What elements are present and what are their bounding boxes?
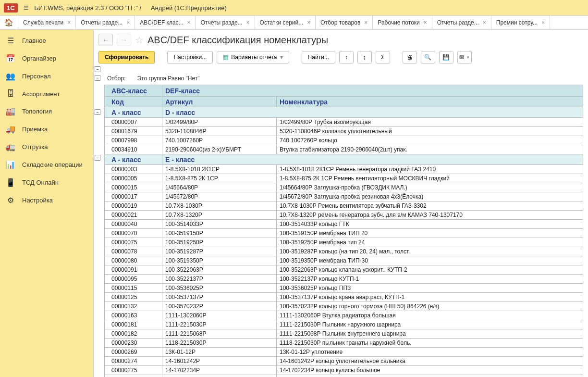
tab-6[interactable]: Рабочие потоки× <box>373 16 432 29</box>
sidebar-item-4[interactable]: 🏭Топология <box>0 102 93 120</box>
nav-forward-button[interactable]: → <box>117 34 131 46</box>
group-row[interactable]: A - классE - класс <box>105 154 583 165</box>
tab-4[interactable]: Остатки серий...× <box>255 16 316 29</box>
table-row[interactable]: 000000051-8.5Х8-875 2К 1СР1-8.5Х8-875 2К… <box>105 174 583 183</box>
sidebar-icon: ⚙ <box>6 196 15 205</box>
logo-1c: 1С <box>4 3 18 13</box>
sidebar-label: ТСД Онлайн <box>22 179 59 186</box>
collapse-filter-icon[interactable]: − <box>95 75 100 81</box>
tab-0[interactable]: Служба печати× <box>18 16 76 29</box>
sidebar-label: Настройка <box>22 197 53 204</box>
table-row[interactable]: 0000001910.7Х8-1030Р10.7Х8-1030Р Ремень … <box>105 201 583 211</box>
report-grid[interactable]: АВС-класс DEF-класс Код Артикул Номенкла… <box>94 85 588 377</box>
table-row[interactable]: 00000078100-3519287Р100-3519287Р кольцо … <box>105 247 583 256</box>
table-row[interactable]: 000001821111-2215068Р1111-2215068Р Пыльн… <box>105 329 583 339</box>
sidebar-item-8[interactable]: 📱ТСД Онлайн <box>0 174 93 191</box>
table-row[interactable]: 0000027514-1702234Р14-1702234Р кольцо ку… <box>105 366 583 375</box>
table-row[interactable]: 00000070100-3519150Р100-3519150Р мембран… <box>105 229 583 238</box>
sidebar-item-0[interactable]: ☰Главное <box>0 32 93 50</box>
group-toggle[interactable]: − <box>95 155 100 161</box>
table-row[interactable]: 000000071/02499/80Р1/02499/80Р Трубка из… <box>105 118 583 127</box>
col-nomenclature: Номенклатура <box>277 97 583 107</box>
home-tab[interactable]: 🏠 <box>0 16 18 29</box>
table-row[interactable]: 000002301118-2215030Р1118-2215030Р пыльн… <box>105 339 583 348</box>
titlebar: 1С ≡ БИТ.WMS, редакция 2.3 / ООО "П :" /… <box>0 0 588 15</box>
preview-button[interactable]: 🔍 <box>421 51 435 63</box>
table-row[interactable]: 00000091100-3522063Р100-3522063Р кольцо … <box>105 265 583 275</box>
table-row[interactable]: 0000028915.1771056-10Р15.1771056-10Р ман… <box>105 375 583 377</box>
table-row[interactable]: 00000095100-3522137Р100-3522137Р кольцо … <box>105 275 583 284</box>
tab-close-icon[interactable]: × <box>307 19 310 26</box>
table-row[interactable]: 00000132100-3570232Р100-3570232Р кольцо … <box>105 302 583 311</box>
tab-close-icon[interactable]: × <box>67 19 71 26</box>
sidebar-label: Приемка <box>22 126 48 133</box>
table-row[interactable]: 0000002110.7Х8-1320Р10.7Х8-1320Р ремень … <box>105 211 583 220</box>
table-row[interactable]: 00007998740.1007260Р740.1007260Р кольцо <box>105 136 583 145</box>
collapse-rows-button[interactable]: ↨ <box>357 51 372 63</box>
settings-button[interactable]: Настройки... <box>167 51 213 63</box>
group-toggle[interactable]: − <box>95 109 100 115</box>
sum-button[interactable]: Σ <box>376 51 390 63</box>
table-row[interactable]: 0000026913К-01-12Р13К-01-12Р уплотнение <box>105 348 583 357</box>
sidebar-icon: ☰ <box>6 36 15 45</box>
mail-button[interactable]: ✉ ▾ <box>457 51 472 63</box>
filter-row: Отбор: Это группа Равно "Нет" <box>94 66 588 85</box>
tab-close-icon[interactable]: × <box>541 19 545 26</box>
tabbar: 🏠 Служба печати×Отчеты разде...×ABC/DEF … <box>0 15 588 30</box>
table-row[interactable]: 00000125100-3537137Р100-3537137Р кольцо … <box>105 293 583 302</box>
tab-close-icon[interactable]: × <box>187 19 191 26</box>
sidebar-icon: 👥 <box>6 72 15 81</box>
find-button[interactable]: Найти... <box>302 51 335 63</box>
table-row[interactable]: 00000040100-3514033Р100-3514033Р кольцо … <box>105 220 583 229</box>
col-article: Артикул <box>162 97 277 107</box>
app-title: БИТ.WMS, редакция 2.3 / ООО "П :" / <box>34 4 141 12</box>
table-row[interactable]: 00000115100-3536025Р100-3536025Р кольцо … <box>105 284 583 293</box>
tab-close-icon[interactable]: × <box>126 19 130 26</box>
tab-close-icon[interactable]: × <box>246 19 250 26</box>
expand-rows-button[interactable]: ↕ <box>339 51 354 63</box>
tab-close-icon[interactable]: × <box>364 19 368 26</box>
tab-7[interactable]: Отчеты разде...× <box>432 16 491 29</box>
table-row[interactable]: 000016795320-1108046Р5320-1108046Р колпа… <box>105 127 583 136</box>
table-row[interactable]: 000001811111-2215030Р1111-2215030Р Пыльн… <box>105 320 583 329</box>
table-row[interactable]: 000001631111-1302060Р1111-1302060Р Втулк… <box>105 311 583 320</box>
user-label: Андрей (1С:Предприятие) <box>151 4 227 12</box>
tab-8[interactable]: Премии сотру...× <box>491 16 550 29</box>
tab-2[interactable]: ABC/DEF клас...× <box>135 16 196 29</box>
sidebar-item-7[interactable]: 📊Складские операции <box>0 156 93 174</box>
table-row[interactable]: 000000171/45672/80Р1/45672/80Р Заглушка-… <box>105 192 583 201</box>
sidebar-item-6[interactable]: 🚛Отгрузка <box>0 138 93 156</box>
tab-close-icon[interactable]: × <box>424 19 427 26</box>
tab-1[interactable]: Отчеты разде...× <box>76 16 135 29</box>
table-row[interactable]: 000000151/45664/80Р1/45664/80Р Заглушка-… <box>105 183 583 192</box>
sidebar-icon: 🗄 <box>6 89 15 98</box>
table-row[interactable]: 00000080100-3519350Р100-3519350Р мембран… <box>105 256 583 265</box>
save-button[interactable]: 💾 <box>439 51 453 63</box>
tab-3[interactable]: Отчеты разде...× <box>196 16 255 29</box>
collapse-all-icon[interactable]: − <box>95 66 100 72</box>
sidebar-item-3[interactable]: 🗄Ассортимент <box>0 85 93 102</box>
sidebar-item-5[interactable]: 🚚Приемка <box>0 120 93 138</box>
generate-button[interactable]: Сформировать <box>98 51 155 63</box>
tab-5[interactable]: Отбор товаров× <box>316 16 373 29</box>
nav-back-button[interactable]: ← <box>98 34 113 46</box>
table-row[interactable]: 000349102190-2906040(из 2-х)УБМРТВтулка … <box>105 145 583 154</box>
report-variants-button[interactable]: ▦Варианты отчета▾ <box>217 51 289 63</box>
sidebar-icon: 📅 <box>6 54 15 63</box>
sidebar-item-2[interactable]: 👥Персонал <box>0 67 93 85</box>
print-button[interactable]: 🖨 <box>403 51 417 63</box>
table-row[interactable]: 0000027414-1601242Р14-1601242Р кольцо уп… <box>105 357 583 366</box>
col-code: Код <box>105 97 162 107</box>
hamburger-icon[interactable]: ≡ <box>24 3 29 13</box>
table-row[interactable]: 00000075100-3519250Р100-3519250Р мембран… <box>105 238 583 247</box>
tab-close-icon[interactable]: × <box>483 19 486 26</box>
group-row[interactable]: A - классD - класс <box>105 107 583 118</box>
sidebar-label: Органайзер <box>22 55 56 62</box>
favorite-star-icon[interactable]: ☆ <box>135 34 144 46</box>
sidebar-label: Персонал <box>22 73 51 80</box>
toolbar: Сформировать Настройки... ▦Варианты отче… <box>94 48 588 66</box>
col-def-class: DEF-класс <box>162 85 583 97</box>
sidebar-item-1[interactable]: 📅Органайзер <box>0 50 93 67</box>
table-row[interactable]: 000000031-8.5Х8-1018 2К1СР1-8.5Х8-1018 2… <box>105 165 583 174</box>
sidebar-item-9[interactable]: ⚙Настройка <box>0 191 93 209</box>
